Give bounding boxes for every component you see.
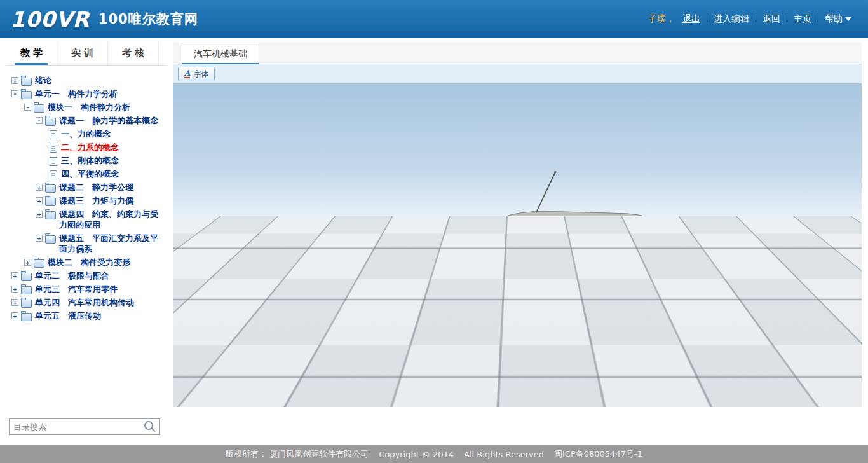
tree-item[interactable]: 四、平衡的概念 <box>6 167 166 181</box>
tab-teaching[interactable]: 教 学 <box>6 42 57 65</box>
seek-bar[interactable] <box>173 370 862 377</box>
play-icon <box>193 387 200 396</box>
folder-icon <box>45 184 56 193</box>
content-tab-bar: 汽车机械基础 <box>173 42 862 64</box>
tree-item-label[interactable]: 课题四 约束、约束力与受力图的应用 <box>59 209 164 230</box>
tree-item[interactable]: + 课题四 约束、约束力与受力图的应用 <box>6 207 166 232</box>
tree-item-label[interactable]: 三、刚体的概念 <box>61 155 119 166</box>
enter-edit-link[interactable]: 进入编辑 <box>707 13 756 25</box>
folder-icon <box>34 104 44 113</box>
tree-item-label[interactable]: 二、力系的概念 <box>61 142 119 153</box>
expand-plus-icon[interactable]: + <box>11 286 18 293</box>
tree-item-label[interactable]: 绪论 <box>35 75 51 86</box>
tree-item[interactable]: + 模块二 构件受力变形 <box>6 256 166 269</box>
expand-plus-icon[interactable]: + <box>24 259 31 266</box>
fast-forward-button[interactable] <box>311 381 333 403</box>
tree-item-label[interactable]: 模块一 构件静力分析 <box>48 102 130 113</box>
tree-item[interactable]: - 模块一 构件静力分析 <box>6 100 166 114</box>
stop-button[interactable] <box>244 381 266 403</box>
tree-item[interactable]: + 课题三 力矩与力偶 <box>6 194 166 207</box>
header: 100VR 100唯尔教育网 子璞， 退出 进入编辑 返回 主页 帮助 <box>0 0 868 38</box>
font-icon: A <box>184 69 190 78</box>
tree-item[interactable]: 三、刚体的概念 <box>6 154 166 167</box>
tree-item-label[interactable]: 单元二 极限与配合 <box>35 270 109 281</box>
expand-minus-icon[interactable]: - <box>11 90 18 97</box>
main-panel: 汽车机械基础 A 字体 <box>173 42 862 444</box>
user-name: 子璞， <box>648 13 675 25</box>
folder-icon <box>45 118 56 126</box>
folder-icon <box>21 313 32 321</box>
tree-item[interactable]: 一、力的概念 <box>6 127 166 141</box>
chevron-down-icon <box>845 17 851 21</box>
tree-item[interactable]: - 单元一 构件力学分析 <box>6 87 166 100</box>
tree-item-label[interactable]: 单元三 汽车常用零件 <box>35 284 118 294</box>
help-menu[interactable]: 帮助 <box>818 13 858 25</box>
tree-item[interactable]: + 绪论 <box>6 74 166 87</box>
expand-minus-icon[interactable]: - <box>24 104 31 111</box>
expand-plus-icon[interactable]: + <box>36 235 43 242</box>
expand-plus-icon[interactable]: + <box>36 197 43 204</box>
back-link[interactable]: 返回 <box>756 13 787 25</box>
tree-item-label[interactable]: 单元四 汽车常用机构传动 <box>35 297 134 308</box>
viewer-3d[interactable] <box>173 83 862 407</box>
tree-item[interactable]: + 课题二 静力学公理 <box>6 181 166 194</box>
expand-plus-icon[interactable]: + <box>11 312 18 319</box>
site-name: 100唯尔教育网 <box>98 10 198 28</box>
tab-assessment[interactable]: 考 核 <box>108 42 159 65</box>
search-icon[interactable] <box>144 421 153 430</box>
course-tree: + 绪论 - 单元一 构件力学分析 - 模块一 构件静力分析 - 课题一 静力学… <box>6 69 166 411</box>
tree-item[interactable]: + 单元三 汽车常用零件 <box>6 282 166 296</box>
expand-plus-icon[interactable]: + <box>11 272 18 279</box>
expand-plus-icon[interactable]: + <box>36 184 43 191</box>
expand-plus-icon[interactable]: + <box>11 299 18 306</box>
tree-item-label[interactable]: 单元一 构件力学分析 <box>35 88 118 99</box>
tree-item-label[interactable]: 模块二 构件受力变形 <box>48 257 130 268</box>
play-button[interactable] <box>184 381 206 403</box>
tree-item[interactable]: + 单元五 液压传动 <box>6 309 166 322</box>
tree-item[interactable]: + 单元四 汽车常用机构传动 <box>6 296 166 309</box>
help-label: 帮助 <box>825 13 843 24</box>
home-link[interactable]: 主页 <box>787 13 818 25</box>
tree-item-label[interactable]: 课题五 平面汇交力系及平面力偶系 <box>59 233 164 254</box>
pause-button[interactable] <box>214 381 236 403</box>
player-control-bar <box>173 377 862 407</box>
search-input[interactable] <box>10 422 144 432</box>
document-icon <box>50 157 57 166</box>
logo[interactable]: 100VR <box>10 7 90 32</box>
folder-icon <box>21 300 32 308</box>
logout-link[interactable]: 退出 <box>676 13 707 25</box>
video-camera-icon[interactable] <box>837 387 857 399</box>
sidebar: 教 学 实 训 考 核 + 绪论 - 单元一 构件力学分析 - 模块一 构件静力… <box>6 42 166 444</box>
seek-track[interactable] <box>173 373 862 374</box>
folder-icon <box>21 78 32 86</box>
folder-icon <box>45 211 56 219</box>
tree-item-label[interactable]: 课题一 静力学的基本概念 <box>59 115 158 126</box>
tree-item-label[interactable]: 课题二 静力学公理 <box>59 182 133 193</box>
fast-forward-icon <box>317 388 327 396</box>
catalog-search-box[interactable] <box>9 418 160 435</box>
copyright-year: Copyright © 2014 <box>379 450 454 459</box>
tree-item-label[interactable]: 单元五 液压传动 <box>35 310 101 321</box>
tree-item-selected[interactable]: 二、力系的概念 <box>6 141 166 154</box>
tree-item-label[interactable]: 一、力的概念 <box>61 128 111 139</box>
seek-handle[interactable] <box>174 371 179 376</box>
tree-item[interactable]: + 课题五 平面汇交力系及平面力偶系 <box>6 232 166 256</box>
decoration-swoosh <box>652 377 862 407</box>
tab-course-title[interactable]: 汽车机械基础 <box>182 43 259 64</box>
pause-icon <box>222 388 224 396</box>
font-button[interactable]: A 字体 <box>178 67 215 81</box>
expand-plus-icon[interactable]: + <box>11 77 18 84</box>
folder-icon <box>45 198 56 206</box>
footer: 版权所有： 厦门凤凰创壹软件有限公司 Copyright © 2014 All … <box>0 445 868 463</box>
rewind-button[interactable] <box>281 381 303 403</box>
tree-item[interactable]: + 单元二 极限与配合 <box>6 269 166 282</box>
sidebar-tabs: 教 学 实 训 考 核 <box>6 42 166 66</box>
tree-item[interactable]: - 课题一 静力学的基本概念 <box>6 114 166 127</box>
tab-training[interactable]: 实 训 <box>57 42 108 65</box>
tree-item-label[interactable]: 四、平衡的概念 <box>61 169 119 179</box>
expand-minus-icon[interactable]: - <box>36 117 43 124</box>
folder-icon <box>34 259 44 268</box>
car-3d-model[interactable] <box>235 156 773 397</box>
expand-plus-icon[interactable]: + <box>36 211 43 218</box>
tree-item-label[interactable]: 课题三 力矩与力偶 <box>59 195 133 206</box>
